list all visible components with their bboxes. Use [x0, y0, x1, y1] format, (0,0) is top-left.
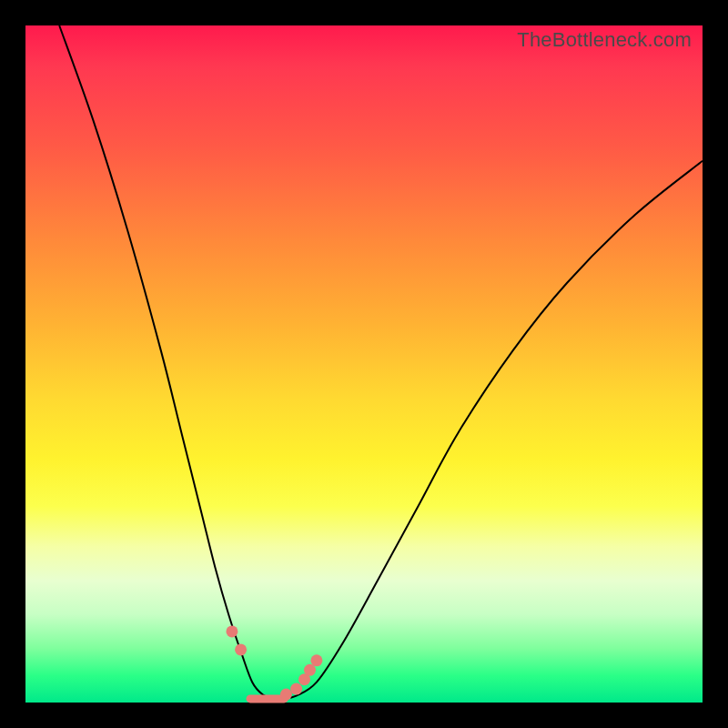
bottleneck-curve: [59, 25, 703, 699]
highlight-dot: [290, 683, 302, 695]
highlight-dot: [304, 664, 316, 676]
highlight-dot: [280, 689, 292, 701]
highlight-dot: [235, 643, 247, 655]
highlight-dot: [226, 625, 238, 637]
plot-area: TheBottleneck.com: [25, 25, 703, 703]
chart-frame: TheBottleneck.com: [0, 0, 728, 728]
curve-layer: [25, 25, 703, 703]
highlight-dot: [310, 654, 322, 666]
